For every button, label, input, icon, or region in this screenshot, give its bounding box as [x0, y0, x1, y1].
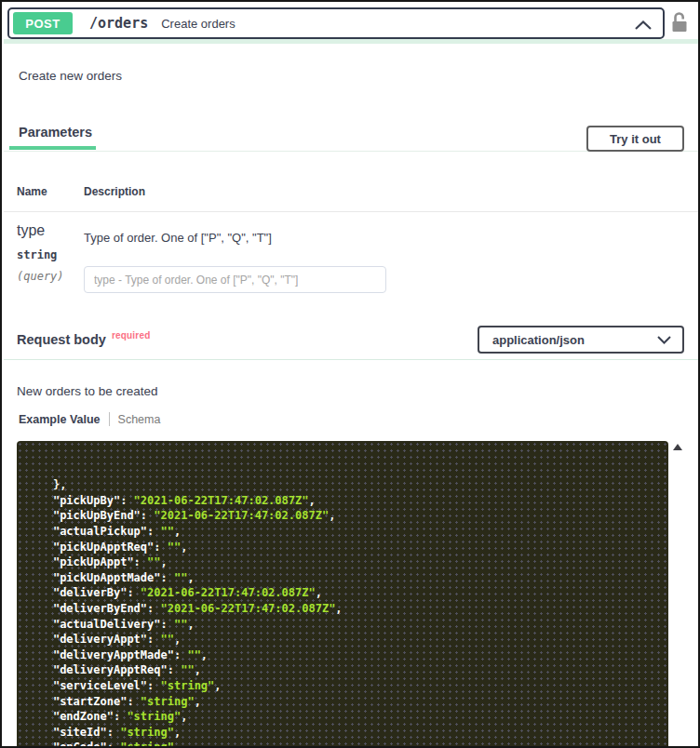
operation-description: Create new orders — [19, 69, 122, 83]
parameters-active-underline — [9, 146, 96, 150]
request-body-title: Request bodyrequired — [17, 330, 151, 347]
operation-path: /orders — [89, 15, 148, 32]
example-json-codeblock[interactable]: }, "pickUpBy": "2021-06-22T17:47:02.087Z… — [17, 441, 668, 748]
code-line: "pickUpAppt": "", — [26, 554, 668, 570]
lock-open-icon[interactable] — [671, 12, 688, 33]
opblock-body-top-strip — [4, 39, 698, 44]
operation-summary-text: Create orders — [161, 17, 235, 31]
content-type-selected-value: application/json — [492, 333, 585, 347]
divider — [4, 211, 698, 212]
parameter-name: type — [17, 222, 45, 239]
code-line: "deliveryApptReq": "", — [26, 662, 668, 678]
required-badge: required — [112, 330, 151, 341]
parameters-title: Parameters — [19, 125, 92, 140]
code-line: "pickUpByEnd": "2021-06-22T17:47:02.087Z… — [26, 508, 668, 524]
code-line: "opCode": "string", — [26, 740, 668, 748]
tab-separator — [109, 412, 110, 426]
parameter-type: string — [17, 248, 57, 261]
code-line: "pickUpBy": "2021-06-22T17:47:02.087Z", — [26, 493, 668, 509]
code-line: "pickUpApptMade": "", — [26, 570, 668, 586]
operation-summary-bar[interactable]: POST /orders Create orders — [7, 7, 665, 39]
http-method-badge: POST — [13, 12, 73, 34]
code-line: "actualDelivery": "", — [26, 617, 668, 633]
swagger-operation-panel: POST /orders Create orders Create new or… — [0, 0, 700, 748]
content-type-select[interactable]: application/json — [478, 326, 684, 354]
divider — [4, 359, 698, 360]
chevron-up-icon[interactable] — [635, 18, 652, 34]
try-it-out-button[interactable]: Try it out — [586, 126, 684, 152]
code-lines: }, "pickUpBy": "2021-06-22T17:47:02.087Z… — [26, 477, 668, 748]
code-line: "deliverByEnd": "2021-06-22T17:47:02.087… — [26, 601, 668, 617]
code-line: }, — [26, 477, 668, 493]
column-header-name: Name — [17, 185, 47, 198]
column-header-description: Description — [84, 185, 145, 198]
request-body-description: New orders to be created — [17, 384, 158, 398]
parameter-value-input[interactable] — [84, 266, 386, 293]
parameter-description: Type of order. One of ["P", "Q", "T"] — [84, 231, 272, 245]
parameter-location: (query) — [17, 270, 64, 283]
codeblock-scrollbar[interactable] — [670, 441, 685, 748]
code-line: "siteId": "string", — [26, 725, 668, 741]
code-line: "deliveryAppt": "", — [26, 632, 668, 648]
code-line: "deliverBy": "2021-06-22T17:47:02.087Z", — [26, 585, 668, 601]
code-line: "deliveryApptMade": "", — [26, 648, 668, 663]
tab-example-value[interactable]: Example Value — [19, 413, 101, 426]
model-example-tabs: Example Value Schema — [19, 412, 160, 426]
code-line: "endZone": "string", — [26, 709, 668, 725]
request-body-title-text: Request body — [17, 332, 106, 347]
code-line: "startZone": "string", — [26, 694, 668, 710]
tab-schema[interactable]: Schema — [118, 413, 161, 426]
code-line: "actualPickup": "", — [26, 524, 668, 540]
scroll-up-icon[interactable] — [673, 444, 682, 450]
code-line: "pickUpApptReq": "", — [26, 540, 668, 555]
code-line: "serviceLevel": "string", — [26, 678, 668, 694]
chevron-down-icon — [657, 333, 671, 347]
